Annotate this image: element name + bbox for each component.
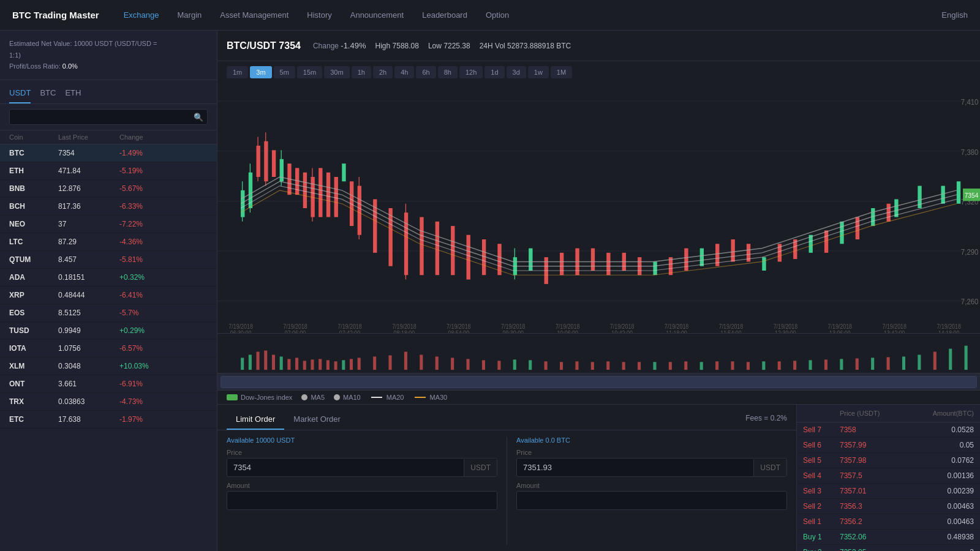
list-item[interactable]: QTUM 8.457 -5.81% bbox=[0, 251, 217, 269]
ob-sell-label: Sell 4 bbox=[803, 471, 840, 480]
table-row[interactable]: Buy 1 7352.06 0.48938 bbox=[797, 530, 980, 545]
buy-price-label: Price bbox=[227, 449, 497, 456]
interval-btn-3m[interactable]: 3m bbox=[250, 66, 271, 78]
list-item[interactable]: BCH 817.36 -6.33% bbox=[0, 198, 217, 216]
svg-text:7/19/2018: 7/19/2018 bbox=[283, 323, 307, 330]
coin-price-label: 817.36 bbox=[58, 202, 119, 211]
sell-price-input[interactable] bbox=[517, 459, 753, 476]
sell-price-row: Price USDT bbox=[516, 449, 787, 477]
tab-market-order[interactable]: Market Order bbox=[284, 411, 350, 430]
table-row[interactable]: Sell 5 7357.98 0.0762 bbox=[797, 453, 980, 468]
interval-btn-1M[interactable]: 1M bbox=[551, 66, 572, 78]
svg-rect-133 bbox=[560, 362, 563, 370]
svg-rect-0 bbox=[217, 83, 980, 333]
list-item[interactable]: ONT 3.661 -6.91% bbox=[0, 375, 217, 393]
list-item[interactable]: BNB 12.876 -5.67% bbox=[0, 180, 217, 198]
list-item[interactable]: XLM 0.3048 +10.03% bbox=[0, 358, 217, 375]
interval-btn-12h[interactable]: 12h bbox=[459, 66, 483, 78]
nav-exchange[interactable]: Exchange bbox=[124, 10, 159, 20]
interval-btn-30m[interactable]: 30m bbox=[324, 66, 349, 78]
svg-rect-115 bbox=[318, 359, 322, 370]
interval-btn-6h[interactable]: 6h bbox=[416, 66, 435, 78]
table-row[interactable]: Sell 4 7357.5 0.00136 bbox=[797, 468, 980, 484]
buy-amount-input[interactable] bbox=[227, 492, 497, 509]
table-row[interactable]: Sell 1 7356.2 0.00463 bbox=[797, 514, 980, 530]
ob-sell-price: 7356.2 bbox=[840, 517, 907, 526]
coin-change-label: -4.73% bbox=[119, 397, 181, 406]
interval-btn-8h[interactable]: 8h bbox=[438, 66, 458, 78]
svg-rect-138 bbox=[638, 362, 641, 370]
svg-text:7/19/2018: 7/19/2018 bbox=[337, 323, 361, 330]
svg-rect-142 bbox=[700, 362, 703, 370]
coin-name-label: XRP bbox=[9, 291, 58, 299]
ob-buy-label: Buy 1 bbox=[803, 533, 840, 541]
ob-sell-label: Sell 5 bbox=[803, 456, 840, 465]
coin-price-label: 7354 bbox=[58, 149, 119, 157]
interval-btn-1m[interactable]: 1m bbox=[227, 66, 248, 78]
language-selector[interactable]: English bbox=[941, 10, 968, 20]
interval-btn-2h[interactable]: 2h bbox=[373, 66, 393, 78]
ob-sell-label: Sell 1 bbox=[803, 517, 840, 526]
list-item[interactable]: LTC 87.29 -4.36% bbox=[0, 233, 217, 251]
interval-btn-15m[interactable]: 15m bbox=[297, 66, 322, 78]
list-item[interactable]: ADA 0.18151 +0.32% bbox=[0, 269, 217, 287]
buy-price-input[interactable] bbox=[227, 459, 464, 476]
mini-scroll-inner bbox=[221, 376, 977, 388]
sell-price-currency: USDT bbox=[753, 459, 786, 476]
ob-buy-amount: 0.48938 bbox=[907, 533, 974, 541]
svg-rect-145 bbox=[747, 362, 750, 370]
buy-form: Available 10000 USDT Price USDT Amount bbox=[217, 430, 507, 551]
interval-btn-5m[interactable]: 5m bbox=[274, 66, 295, 78]
coin-price-label: 8.5125 bbox=[58, 309, 119, 317]
nav-asset-management[interactable]: Asset Management bbox=[220, 10, 288, 20]
sell-amount-input[interactable] bbox=[517, 492, 786, 509]
interval-btn-4h[interactable]: 4h bbox=[394, 66, 414, 78]
ma30-icon bbox=[415, 397, 426, 398]
table-row[interactable]: Sell 7 7358 0.0528 bbox=[797, 422, 980, 438]
tab-eth[interactable]: ETH bbox=[65, 85, 81, 103]
list-item[interactable]: XRP 0.48444 -6.41% bbox=[0, 287, 217, 304]
mini-scroll[interactable] bbox=[217, 373, 980, 390]
svg-rect-127 bbox=[467, 359, 470, 370]
buy-available: Available 10000 USDT bbox=[227, 437, 497, 444]
nav-margin[interactable]: Margin bbox=[178, 10, 202, 20]
coin-change-label: -6.41% bbox=[119, 291, 181, 299]
sell-amount-row: Amount bbox=[516, 482, 787, 510]
list-item[interactable]: TRX 0.03863 -4.73% bbox=[0, 393, 217, 411]
order-forms: Available 10000 USDT Price USDT Amount bbox=[217, 430, 796, 551]
search-input[interactable] bbox=[9, 109, 208, 125]
table-row[interactable]: Sell 6 7357.99 0.05 bbox=[797, 438, 980, 453]
table-row[interactable]: Sell 3 7357.01 0.00239 bbox=[797, 484, 980, 499]
interval-btn-3d[interactable]: 3d bbox=[507, 66, 526, 78]
tab-limit-order[interactable]: Limit Order bbox=[227, 411, 284, 430]
list-item[interactable]: IOTA 1.0756 -6.57% bbox=[0, 340, 217, 358]
interval-btn-1w[interactable]: 1w bbox=[528, 66, 549, 78]
ob-sell-label: Sell 3 bbox=[803, 487, 840, 495]
svg-rect-117 bbox=[334, 361, 337, 370]
list-item[interactable]: TUSD 0.9949 +0.29% bbox=[0, 322, 217, 340]
tab-usdt[interactable]: USDT bbox=[9, 85, 31, 103]
coin-price-label: 8.457 bbox=[58, 255, 119, 264]
interval-btn-1h[interactable]: 1h bbox=[352, 66, 371, 78]
svg-rect-121 bbox=[373, 356, 376, 370]
svg-rect-136 bbox=[606, 361, 609, 370]
table-row[interactable]: Sell 2 7356.3 0.00463 bbox=[797, 499, 980, 514]
ob-buy-amount: 2 bbox=[907, 548, 974, 551]
table-row[interactable]: Buy 2 7352.05 2 bbox=[797, 545, 980, 551]
svg-rect-114 bbox=[311, 359, 314, 370]
interval-btn-1d[interactable]: 1d bbox=[484, 66, 504, 78]
list-item[interactable]: BTC 7354 -1.49% bbox=[0, 144, 217, 162]
nav-leaderboard[interactable]: Leaderboard bbox=[422, 10, 467, 20]
list-item[interactable]: ETH 471.84 -5.19% bbox=[0, 162, 217, 180]
buy-price-currency: USDT bbox=[464, 459, 497, 476]
nav-announcement[interactable]: Announcement bbox=[350, 10, 404, 20]
nav-option[interactable]: Option bbox=[486, 10, 509, 20]
mini-scroll-handle[interactable] bbox=[221, 377, 976, 388]
ob-buys-list: Buy 1 7352.06 0.48938 Buy 2 7352.05 2 bbox=[797, 530, 980, 551]
coin-price-label: 0.3048 bbox=[58, 362, 119, 370]
nav-history[interactable]: History bbox=[307, 10, 331, 20]
tab-btc[interactable]: BTC bbox=[40, 85, 56, 103]
list-item[interactable]: ETC 17.638 -1.97% bbox=[0, 411, 217, 429]
list-item[interactable]: NEO 37 -7.22% bbox=[0, 216, 217, 233]
list-item[interactable]: EOS 8.5125 -5.7% bbox=[0, 304, 217, 322]
